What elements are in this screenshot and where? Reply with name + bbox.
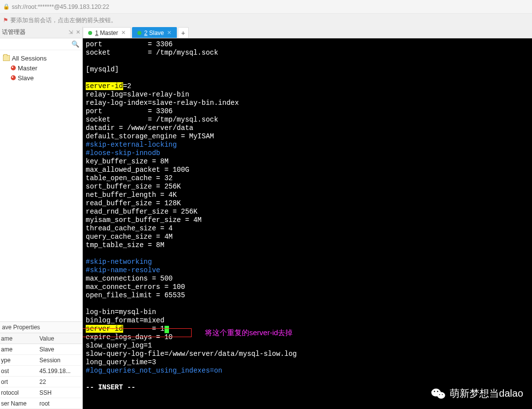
content-area: 1 Master ✕ 2 Slave ✕ + port = 3306 socke… [83, 27, 532, 409]
highlight-server-id-dup: server-id [86, 325, 123, 333]
properties-header: ave Properties [0, 321, 82, 333]
tree-label: All Sessions [12, 55, 47, 62]
svg-point-4 [439, 394, 440, 395]
annotation-text: 将这个重复的server-id去掉 [205, 328, 293, 337]
session-manager-title: 话管理器 [2, 28, 26, 36]
hint-bar: ⚑ 要添加当前会话，点击左侧的箭头按钮。 [0, 14, 532, 27]
tree-item-slave[interactable]: Slave [2, 73, 80, 83]
session-tree: All Sessions Master Slave [0, 50, 82, 321]
folder-icon [3, 55, 10, 61]
highlight-server-id: server-id [86, 82, 123, 90]
tab-close-icon[interactable]: ✕ [167, 30, 171, 36]
watermark: 萌新梦想当dalao [431, 387, 523, 400]
props-head-row: ame Value [0, 333, 82, 344]
svg-point-3 [437, 391, 438, 392]
flag-icon: ⚑ [3, 17, 8, 24]
properties-grid: ame Value ameSlave ypeSession ost45.199.… [0, 333, 82, 409]
window-titlebar: 🔒 ssh://root:*******@45.199.183.120:22 [0, 0, 532, 14]
props-row: ser Nameroot [0, 398, 82, 409]
window-title-text: ssh://root:*******@45.199.183.120:22 [12, 3, 109, 10]
svg-point-2 [434, 391, 435, 392]
status-dot-icon [88, 31, 92, 35]
lock-icon: 🔒 [3, 3, 10, 10]
props-row: rotocolSSH [0, 387, 82, 398]
session-manager-panel: 话管理器 ⇲ ✕ 🔍 All Sessions Master Slave ave [0, 27, 83, 409]
pin-icon[interactable]: ⇲ [68, 29, 73, 35]
svg-point-5 [442, 394, 443, 395]
tree-root-all-sessions[interactable]: All Sessions [2, 53, 80, 63]
col-value: Value [38, 335, 82, 342]
tab-strip: 1 Master ✕ 2 Slave ✕ + [83, 27, 532, 38]
status-dot-icon [137, 31, 141, 35]
tree-label: Master [18, 64, 37, 72]
tab-add-button[interactable]: + [178, 27, 189, 38]
tab-close-icon[interactable]: ✕ [121, 30, 126, 36]
search-icon[interactable]: 🔍 [71, 40, 79, 48]
session-search-row: 🔍 [0, 38, 82, 50]
props-row: ypeSession [0, 355, 82, 366]
col-name: ame [0, 335, 38, 342]
tree-label: Slave [18, 74, 34, 82]
session-icon [11, 65, 16, 70]
tab-slave[interactable]: 2 Slave ✕ [132, 27, 177, 38]
props-row: ameSlave [0, 344, 82, 355]
props-row: ort22 [0, 377, 82, 387]
hint-text: 要添加当前会话，点击左侧的箭头按钮。 [10, 16, 117, 25]
watermark-text: 萌新梦想当dalao [450, 387, 523, 400]
session-manager-header: 话管理器 ⇲ ✕ [0, 27, 82, 38]
terminal-cursor [165, 326, 169, 333]
terminal-output[interactable]: port = 3306 socket = /tmp/mysql.sock [my… [83, 38, 532, 409]
vim-mode-indicator: -- INSERT -- [86, 383, 135, 391]
session-icon [11, 75, 16, 80]
tree-item-master[interactable]: Master [2, 63, 80, 73]
props-row: ost45.199.18... [0, 366, 82, 377]
tab-master[interactable]: 1 Master ✕ [83, 27, 131, 38]
close-icon[interactable]: ✕ [76, 29, 80, 35]
wechat-icon [431, 388, 446, 400]
svg-point-1 [437, 392, 445, 399]
